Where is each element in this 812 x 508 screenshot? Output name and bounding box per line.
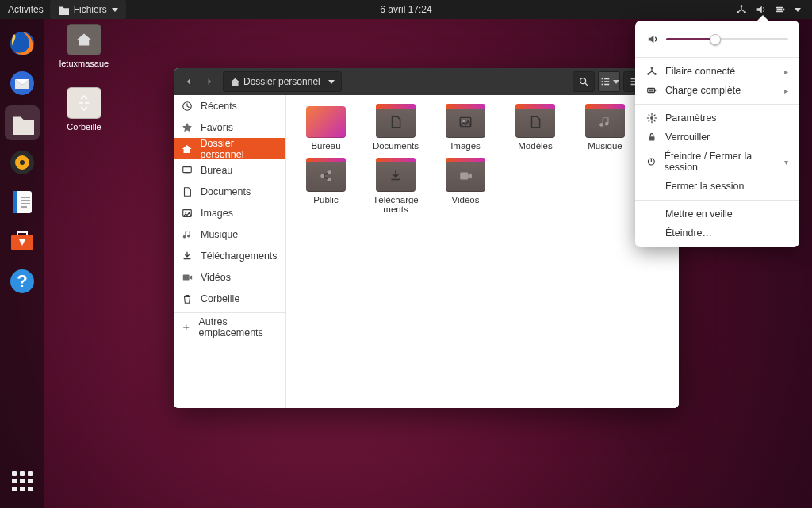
folder-image[interactable]: Images — [440, 106, 491, 151]
app-menu[interactable]: Fichiers — [50, 0, 126, 19]
activities-button[interactable]: Activités — [8, 4, 44, 15]
power-icon — [646, 156, 657, 167]
sidebar-item-home[interactable]: Dossier personnel — [174, 138, 285, 159]
system-status-area[interactable] — [736, 4, 812, 15]
folder-icon — [306, 160, 346, 192]
plus-icon — [182, 322, 191, 333]
dock-help[interactable]: ? — [5, 264, 40, 299]
volume-icon — [755, 4, 766, 15]
folder-download[interactable]: Télécharge ments — [370, 160, 421, 214]
menu-power-label: Éteindre / Fermer la session — [665, 151, 776, 173]
sidebar-item-trash[interactable]: Corbeille — [174, 288, 285, 309]
home-icon — [182, 143, 193, 155]
sidebar-item-video[interactable]: Vidéos — [174, 266, 285, 288]
window-titlebar[interactable]: Dossier personnel — [174, 68, 679, 95]
download-icon — [182, 250, 193, 262]
star-icon — [182, 122, 193, 133]
sidebar-item-label: Téléchargements — [201, 250, 278, 262]
menu-settings[interactable]: Paramètres — [635, 109, 799, 128]
menu-shutdown[interactable]: Éteindre… — [635, 223, 799, 243]
battery-icon — [774, 4, 787, 15]
sidebar-item-doc[interactable]: Documents — [174, 181, 285, 202]
folder-desk[interactable]: Bureau — [301, 106, 351, 151]
menu-suspend[interactable]: Mettre en veille — [635, 204, 799, 223]
home-icon — [230, 77, 240, 87]
folder-music[interactable]: Musique — [580, 106, 630, 151]
menu-lock-label: Verrouiller — [665, 132, 710, 143]
pathbar[interactable]: Dossier personnel — [223, 71, 342, 92]
search-icon — [578, 76, 589, 87]
video-icon — [182, 272, 193, 283]
back-button[interactable] — [178, 71, 199, 92]
sidebar-item-download[interactable]: Téléchargements — [174, 245, 285, 266]
folder-icon — [585, 106, 625, 138]
battery-icon — [646, 85, 657, 96]
menu-power[interactable]: Éteindre / Fermer la session ▾ — [635, 147, 799, 177]
path-label: Dossier personnel — [243, 76, 320, 87]
sidebar-item-image[interactable]: Images — [174, 202, 285, 223]
sidebar-item-label: Récents — [201, 101, 237, 112]
folder-template[interactable]: Modèles — [510, 106, 561, 151]
desktop-trash[interactable]: Corbeille — [52, 87, 116, 132]
gear-icon — [646, 113, 657, 124]
lock-icon — [646, 132, 657, 143]
sidebar-item-label: Favoris — [201, 122, 233, 133]
folder-label: Télécharge ments — [370, 195, 421, 214]
desktop-icon — [182, 165, 193, 176]
folder-video[interactable]: Vidéos — [440, 160, 491, 214]
folder-label: Vidéos — [440, 195, 491, 204]
dock-software[interactable] — [5, 224, 40, 259]
show-applications[interactable] — [5, 464, 40, 498]
folder-icon — [376, 160, 416, 192]
sidebar-item-label: Musique — [201, 229, 238, 240]
image-icon — [182, 208, 193, 219]
folder-label: Documents — [370, 141, 421, 151]
svg-text:?: ? — [17, 271, 27, 291]
network-icon — [736, 4, 747, 15]
dock: ? — [0, 19, 44, 508]
chevron-down-icon: ▾ — [784, 158, 788, 166]
volume-slider[interactable] — [666, 38, 788, 40]
dock-rhythmbox[interactable] — [5, 145, 40, 180]
menu-battery[interactable]: Charge complète ▸ — [635, 81, 799, 100]
sidebar-item-label: Autres emplacements — [199, 316, 278, 338]
folder-doc[interactable]: Documents — [370, 106, 421, 151]
chevron-down-icon — [112, 8, 118, 12]
sidebar-item-clock[interactable]: Récents — [174, 95, 285, 116]
sidebar-item-desktop[interactable]: Bureau — [174, 159, 285, 181]
clock[interactable]: 6 avril 17:24 — [380, 4, 431, 15]
dock-files[interactable] — [5, 105, 40, 140]
volume-row — [635, 25, 799, 53]
folder-share[interactable]: Public — [301, 160, 351, 214]
sidebar-item-star[interactable]: Favoris — [174, 116, 285, 138]
home-icon — [76, 32, 92, 48]
chevron-down-icon — [328, 80, 335, 84]
sidebar-item-label: Bureau — [201, 165, 232, 176]
menu-lock[interactable]: Verrouiller — [635, 128, 799, 147]
menu-network[interactable]: Filaire connecté ▸ — [635, 62, 799, 81]
dock-writer[interactable] — [5, 185, 40, 220]
menu-logout[interactable]: Fermer la session — [635, 177, 799, 196]
sidebar: RécentsFavorisDossier personnelBureauDoc… — [174, 95, 286, 408]
files-window: Dossier personnel RécentsFavorisDossier … — [174, 68, 679, 408]
sidebar-item-plus[interactable]: Autres emplacements — [174, 316, 285, 338]
folder-icon — [446, 160, 485, 192]
sidebar-item-music[interactable]: Musique — [174, 223, 285, 245]
dock-firefox[interactable] — [5, 26, 40, 61]
desktop-home-folder[interactable]: letuxmasaue — [52, 24, 116, 68]
folder-icon — [376, 106, 416, 138]
menu-battery-label: Charge complète — [665, 85, 741, 96]
trash-icon — [182, 293, 193, 304]
folder-icon — [306, 106, 346, 138]
music-icon — [182, 229, 193, 240]
dock-thunderbird[interactable] — [5, 66, 40, 101]
sidebar-item-label: Documents — [201, 186, 251, 197]
chevron-down-icon — [613, 80, 619, 84]
view-list-button[interactable] — [598, 71, 620, 92]
search-button[interactable] — [573, 71, 595, 92]
folder-label: Modèles — [510, 141, 561, 151]
forward-button[interactable] — [199, 71, 220, 92]
system-menu: Filaire connecté ▸ Charge complète ▸ Par… — [635, 21, 799, 247]
desktop-home-label: letuxmasaue — [52, 59, 116, 68]
menu-network-label: Filaire connecté — [665, 66, 735, 77]
